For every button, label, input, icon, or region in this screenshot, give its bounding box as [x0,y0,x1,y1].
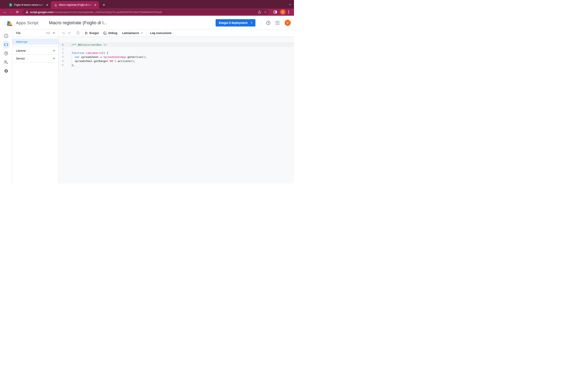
file-name: macro.gs [16,40,27,43]
tab-title-fade [86,3,93,6]
function-selector-value: Lamiamacro [122,31,139,35]
save-icon[interactable] [76,31,80,35]
code-line-2[interactable]: 2 [59,47,294,51]
account-avatar[interactable]: V [285,20,291,26]
tab-search-chevron-icon[interactable]: ⌄ [288,2,292,6]
bookmark-star-icon[interactable]: ☆ [264,10,267,14]
rail-overview-info-icon[interactable] [2,32,10,40]
app-window: Foglio di lavoro senza nome - F ✕ [0,0,294,184]
chrome-right-controls: V [271,9,292,15]
editor-column: Esegui Debug Lamiamacro ▼ Log esecuzione… [59,30,294,184]
file-sidebar: File ▲▼AZ + macro.gs Librerie + Servizi … [12,30,59,184]
header-right: Esegui il deployment ▼ ? V [216,19,294,26]
lock-icon [26,11,28,13]
run-play-icon [85,32,88,35]
rail-triggers-clock-icon[interactable] [2,50,10,57]
line-text: }; [63,64,75,67]
side-panel-icon[interactable] [274,11,277,13]
browser-chrome: Foglio di lavoro senza nome - F ✕ [0,0,294,16]
tab-apps-script[interactable]: Macro registrate (Foglio di lavo ✕ [51,1,99,8]
line-number: 4 [59,55,63,58]
line-number: 2 [59,47,63,50]
url-domain: script.google.com [30,11,53,14]
libraries-label: Librerie [16,49,53,52]
editor-toolbar: Esegui Debug Lamiamacro ▼ Log esecuzione [59,30,294,37]
apps-script-logo [6,19,13,26]
tab-strip: Foglio di lavoro senza nome - F ✕ [0,0,294,8]
google-apps-grid-icon[interactable] [276,21,279,25]
execution-log-button[interactable]: Log esecuzione [150,31,172,35]
file-item-macro-gs[interactable]: macro.gs [12,39,58,45]
deploy-caret-icon[interactable]: ▼ [251,22,252,24]
deploy-button[interactable]: Esegui il deployment ▼ [216,19,255,26]
help-icon[interactable]: ? [266,21,270,25]
sort-files-icon[interactable]: ▲▼AZ [45,32,50,34]
apps-script-header: Apps Script Macro registrate (Foglio di … [0,16,294,30]
main-area: File ▲▼AZ + macro.gs Librerie + Servizi … [0,30,294,184]
browser-toolbar: ← → ⟳ script.google.com/home/projects/1C… [0,8,294,16]
add-library-icon[interactable]: + [53,49,55,53]
address-bar[interactable]: script.google.com/home/projects/1CQ-eGjm… [23,9,269,15]
forward-button[interactable]: → [8,9,14,15]
debug-button[interactable]: Debug [103,31,117,35]
indent-guide [71,55,72,63]
rail-executions-icon[interactable] [2,58,10,66]
toolbar-divider [147,31,147,36]
toolbar-divider [74,31,74,36]
files-panel-header: File ▲▼AZ + [12,30,58,37]
apps-script-favicon [54,3,57,7]
product-name[interactable]: Apps Script [16,20,38,25]
toolbar-divider [175,31,175,36]
redo-icon[interactable] [67,31,72,35]
line-number: 1 [59,43,63,46]
add-service-icon[interactable]: + [53,57,55,60]
tab-close-icon[interactable]: ✕ [94,3,97,7]
rail-settings-gear-icon[interactable] [2,67,10,75]
services-section: Servizi + [12,55,58,62]
url-text: script.google.com/home/projects/1CQ-eGjm… [30,11,255,14]
share-icon[interactable] [258,10,261,14]
add-file-icon[interactable]: + [53,31,55,35]
line-text: function Lamiamacro() { [63,51,108,54]
file-list: macro.gs [12,37,58,47]
google-sheets-icon [9,3,12,7]
code-lines: 1/** @OnlyCurrentDoc */23function Lamiam… [59,43,294,67]
project-title[interactable]: Macro registrate (Foglio di l... [49,20,107,25]
new-tab-button[interactable]: + [101,2,107,8]
function-selector[interactable]: Lamiamacro ▼ [122,31,143,35]
code-line-5[interactable]: 5 spreadsheet.getRange('D8').activate(); [59,59,294,63]
rail-editor-code-icon[interactable] [2,41,10,49]
tab-title: Macro registrate (Foglio di lavo [59,3,93,6]
code-editor[interactable]: 1/** @OnlyCurrentDoc */23function Lamiam… [59,37,294,184]
toolbar-divider [82,31,82,36]
tab-close-icon[interactable]: ✕ [45,3,49,7]
code-line-1[interactable]: 1/** @OnlyCurrentDoc */ [59,43,294,47]
code-line-6[interactable]: 6}; [59,63,294,67]
line-number: 5 [59,59,63,62]
tab-title: Foglio di lavoro senza nome - F [14,3,44,6]
tab-sheets[interactable]: Foglio di lavoro senza nome - F ✕ [6,1,51,8]
back-button[interactable]: ← [2,9,8,15]
run-button[interactable]: Esegui [85,31,99,35]
line-text: var spreadsheet = SpreadsheetApp.getActi… [63,55,147,58]
function-selector-caret-icon: ▼ [141,32,143,34]
undo-icon[interactable] [61,31,66,35]
header-divider [261,19,262,26]
libraries-section: Librerie + [12,47,58,55]
url-path: /home/projects/1CQ-eGjmqq54q6s_OaSXwCqKp… [53,11,162,14]
deploy-button-label: Esegui il deployment [219,21,247,25]
browser-profile-avatar[interactable]: V [280,9,285,15]
code-line-4[interactable]: 4 var spreadsheet = SpreadsheetApp.getAc… [59,55,294,59]
run-label: Esegui [89,31,99,35]
debug-label: Debug [108,31,117,35]
services-label: Servizi [16,57,53,60]
line-text: spreadsheet.getRange('D8').activate(); [63,59,135,63]
tab-title-fade [38,3,44,6]
line-number: 3 [59,51,63,54]
browser-menu-icon[interactable] [288,10,289,14]
line-text: /** @OnlyCurrentDoc */ [63,43,107,46]
reload-button[interactable]: ⟳ [14,9,20,15]
code-line-3[interactable]: 3function Lamiamacro() { [59,51,294,55]
files-header-label: File [16,31,45,35]
debug-icon [103,31,107,35]
